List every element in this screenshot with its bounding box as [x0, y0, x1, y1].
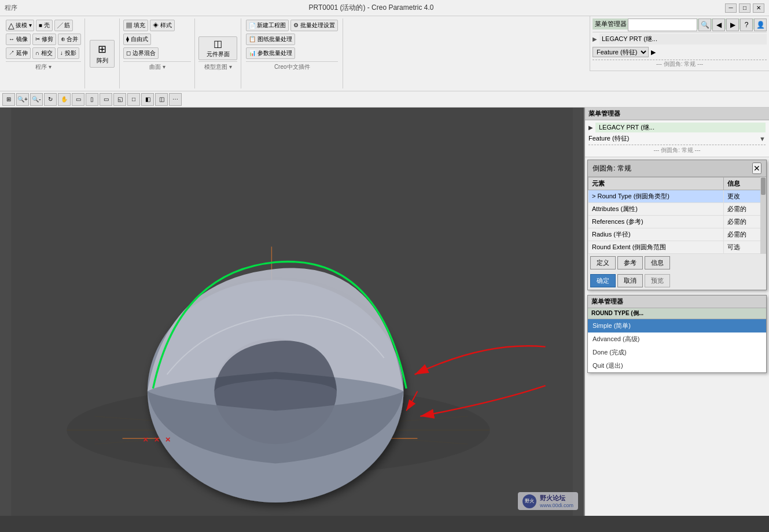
pan-btn[interactable]: ✋ [58, 93, 71, 106]
fill-btn[interactable]: ▦ 填充 [123, 20, 148, 31]
cancel-btn[interactable]: 取消 [617, 274, 643, 287]
freestyle-label: ⧫ 自由式 [126, 35, 148, 43]
svg-text:×: × [154, 434, 159, 444]
svg-text:×: × [165, 434, 171, 444]
col-element: 元素 [588, 178, 724, 190]
done-label: Done (完成) [593, 348, 627, 357]
toolbar-area: △拔模 ▾ ■ 壳 ╱ 筋 ↔ 镜像 ✂ 修剪 [0, 16, 769, 108]
component-interface-btn[interactable]: ◫ 元件界面 [198, 36, 237, 60]
table-row[interactable]: > Round Type (倒圆角类型) 更改 [588, 190, 766, 203]
help-button[interactable]: ? [740, 19, 753, 31]
extend-btn[interactable]: ↗ 延伸 [6, 47, 31, 59]
table-row[interactable]: Radius (半径) 必需的 [588, 228, 766, 241]
more-btn[interactable]: ⋯ [169, 93, 182, 106]
table-row[interactable]: Attributes (属性) 必需的 [588, 203, 766, 216]
window-title: PRT0001 (活动的) - Creo Parametric 4.0 [17, 3, 725, 13]
confirm-btn[interactable]: 确定 [590, 274, 616, 287]
mirror-label: ↔ 镜像 [9, 35, 28, 43]
round-dialog: 倒圆角: 常规 ✕ 元素 信息 > Ro [587, 160, 767, 290]
view-front-btn[interactable]: ▭ [72, 93, 84, 106]
mirror-btn[interactable]: ↔ 镜像 [6, 34, 31, 45]
extrude-label: 拔模 ▾ [16, 21, 32, 29]
style-label: ◈ 样式 [153, 21, 172, 29]
watermark: 野火 野火论坛 www.00di.com [518, 492, 578, 510]
batch-process-btn[interactable]: ⚙ 批量处理设置 [290, 20, 338, 31]
param-batch-label: 📊 参数批量处理 [249, 49, 292, 57]
style-btn[interactable]: ◈ 样式 [150, 20, 175, 31]
viewport[interactable]: × × × 野火论坛 www [0, 108, 584, 516]
round-dialog-title: 倒圆角: 常规 [593, 164, 631, 173]
window-controls: ─ □ ✕ [725, 3, 764, 13]
table-row[interactable]: Round Extent (倒圆角范围 可选 [588, 241, 766, 254]
drawing-batch-label: 📋 图纸批量处理 [249, 35, 292, 43]
menu-manager-header-top: 菜单管理器 [585, 108, 769, 120]
fit-btn[interactable]: ⊞ [2, 93, 15, 106]
new-drawing-btn[interactable]: 📄新建工程图 [246, 20, 289, 31]
maximize-button[interactable]: □ [739, 3, 750, 13]
advanced-menu-item[interactable]: Advanced (高级) [588, 332, 766, 346]
minimize-button[interactable]: ─ [725, 3, 737, 13]
close-button[interactable]: ✕ [753, 3, 764, 13]
scene-svg: × × × 野火论坛 www [0, 108, 584, 516]
watermark-url: www.00di.com [540, 503, 573, 508]
project-btn[interactable]: ↓ 投影 [57, 47, 79, 59]
extend-label: ↗ 延伸 [9, 49, 28, 57]
reference-btn[interactable]: 参考 [617, 256, 643, 269]
param-batch-btn[interactable]: 📊 参数批量处理 [246, 47, 295, 59]
boundary-blend-label: ◻ 边界混合 [126, 49, 156, 57]
display3-btn[interactable]: ◫ [155, 93, 168, 106]
round-dialog-close-btn[interactable]: ✕ [752, 162, 761, 174]
boundary-blend-btn[interactable]: ◻ 边界混合 [123, 47, 159, 59]
array-icon: ⊞ [98, 43, 106, 56]
quit-label: Quit (退出) [593, 361, 623, 370]
info-btn[interactable]: 信息 [645, 256, 670, 269]
extrude-btn[interactable]: △拔模 ▾ [6, 20, 34, 31]
shell-btn[interactable]: ■ 壳 [36, 20, 53, 31]
legacy-prt-label[interactable]: LEGACY PRT (继... [595, 123, 766, 132]
feature-select[interactable]: Feature (特征) [593, 47, 649, 57]
quit-menu-item[interactable]: Quit (退出) [588, 359, 766, 372]
component-icon: ◫ [214, 38, 222, 49]
row-arrow: > Round Type (倒圆角类型) [588, 190, 724, 203]
preview-btn[interactable]: 预览 [645, 274, 670, 287]
search-input[interactable] [628, 19, 697, 31]
rib-btn[interactable]: ╱ 筋 [54, 20, 73, 31]
array-btn[interactable]: ⊞ 阵列 [90, 40, 115, 68]
legacy-prt-item[interactable]: LEGACY PRT (继... [599, 34, 767, 45]
drawing-batch-btn[interactable]: 📋 图纸批量处理 [246, 34, 295, 45]
rotate-btn[interactable]: ↻ [44, 93, 57, 106]
search-button[interactable]: 🔍 [698, 19, 711, 31]
round-dialog-header: 倒圆角: 常规 ✕ [588, 160, 766, 177]
simple-label: Simple (简单) [593, 322, 631, 330]
simple-menu-item[interactable]: Simple (简单) [588, 319, 766, 332]
intersect-btn[interactable]: ∩ 相交 [32, 47, 56, 59]
main-container: 程序 PRT0001 (活动的) - Creo Parametric 4.0 ─… [0, 0, 769, 516]
back-button[interactable]: ◀ [712, 19, 725, 31]
freestyle-btn[interactable]: ⧫ 自由式 [123, 34, 151, 45]
user-button[interactable]: 👤 [754, 19, 767, 31]
display1-btn[interactable]: □ [127, 93, 140, 106]
table-row[interactable]: References (参考) 必需的 [588, 216, 766, 228]
view-3d-btn[interactable]: ◱ [113, 93, 126, 106]
trim-label: ✂ 修剪 [35, 35, 53, 43]
round-type-menu-panel: 菜单管理器 ROUND TYPE (倒... Simple (简单) Advan… [587, 295, 767, 373]
zoom-in-btn[interactable]: 🔍+ [16, 93, 29, 106]
display2-btn[interactable]: ◧ [141, 93, 154, 106]
shell-label: ■ 壳 [39, 21, 50, 29]
round-type-header: 菜单管理器 [588, 295, 766, 308]
trim-btn[interactable]: ✂ 修剪 [32, 34, 56, 45]
row-info: 可选 [723, 241, 766, 254]
merge-btn[interactable]: ⊕ 合并 [58, 34, 82, 45]
intersect-label: ∩ 相交 [35, 49, 53, 57]
round-type-title-row: ROUND TYPE (倒... [588, 308, 766, 319]
table-scrollbar[interactable] [760, 177, 766, 254]
watermark-name: 野火论坛 [540, 494, 573, 503]
zoom-out-btn[interactable]: 🔍- [30, 93, 43, 106]
view-right-btn[interactable]: ▯ [86, 93, 98, 106]
group-label-plugin: Creo中文插件 [246, 61, 338, 71]
view-top-btn[interactable]: ▭ [100, 93, 112, 106]
define-btn[interactable]: 定义 [590, 256, 616, 269]
app-menu[interactable]: 程序 [5, 3, 17, 12]
done-menu-item[interactable]: Done (完成) [588, 346, 766, 359]
forward-button[interactable]: ▶ [726, 19, 739, 31]
